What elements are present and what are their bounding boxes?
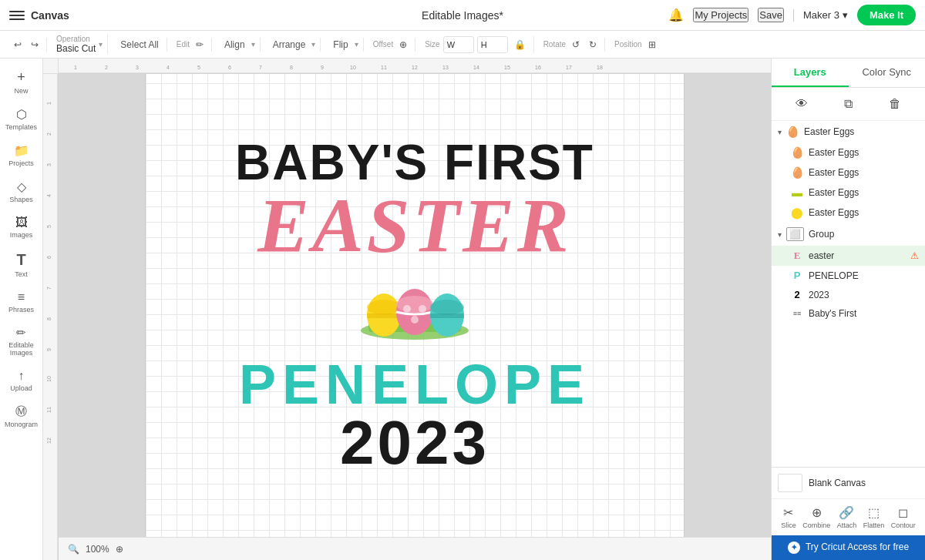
layer-item-easter-eggs-4[interactable]: ⬤ Easter Eggs: [772, 203, 925, 223]
select-all-button[interactable]: Select All: [117, 38, 161, 52]
egg-icon-yellow-green: ▬: [790, 186, 804, 199]
combine-tool[interactable]: ⊕ Combine: [802, 505, 830, 529]
canvas-eggs-image[interactable]: [345, 270, 484, 350]
sidebar-item-shapes[interactable]: ◇ Shapes: [2, 175, 41, 208]
svg-text:1: 1: [46, 102, 52, 105]
menu-icon[interactable]: [9, 8, 25, 23]
layer-group-easter-eggs-header[interactable]: ▾ 🥚 Easter Eggs: [772, 121, 925, 143]
save-button[interactable]: Save: [758, 8, 784, 22]
sidebar-item-images[interactable]: 🖼 Images: [2, 211, 41, 243]
sidebar-item-text[interactable]: T Text: [2, 246, 41, 283]
sidebar-item-projects[interactable]: 📁 Projects: [2, 139, 41, 172]
operation-group: Operation Basic Cut ▾: [52, 35, 108, 54]
sidebar-item-monogram[interactable]: Ⓜ Monogram: [2, 400, 41, 433]
canvas-workspace[interactable]: BABY'S FIRST EASTER: [59, 74, 771, 537]
group-icon: ⬜: [786, 227, 804, 241]
canvas-penelope-text[interactable]: PENELOPE: [239, 357, 590, 412]
canvas-grid: BABY'S FIRST EASTER: [145, 74, 684, 537]
size-group: Size 🔒: [420, 36, 533, 53]
chevron-down-icon: ▾: [355, 40, 358, 49]
svg-text:8: 8: [46, 317, 52, 320]
my-projects-button[interactable]: My Projects: [693, 8, 748, 22]
height-input[interactable]: [477, 36, 508, 53]
sidebar-item-templates[interactable]: ⬡ Templates: [2, 102, 41, 136]
maker-select[interactable]: Maker 3 ▾: [803, 9, 848, 21]
doc-title: Editable Images*: [422, 9, 503, 22]
sidebar-item-upload[interactable]: ↑ Upload: [2, 364, 41, 397]
layer-item-penelope[interactable]: P PENELOPE: [772, 266, 925, 285]
svg-rect-44: [430, 314, 464, 318]
edit-button[interactable]: ✏: [193, 38, 207, 52]
phrases-icon: ≡: [18, 290, 25, 304]
svg-text:5: 5: [46, 225, 52, 228]
rotate-right-button[interactable]: ↻: [586, 38, 600, 52]
layer-group-easter-eggs: ▾ 🥚 Easter Eggs 🥚 Easter Eggs 🥚 Easter E…: [772, 121, 925, 223]
zoom-bar: 🔍 100% ⊕: [59, 537, 771, 560]
svg-text:9: 9: [321, 65, 324, 70]
projects-icon: 📁: [14, 143, 29, 158]
svg-text:11: 11: [46, 407, 52, 413]
flatten-tool[interactable]: ⬚ Flatten: [863, 505, 885, 529]
svg-point-38: [396, 296, 433, 313]
svg-text:7: 7: [259, 65, 262, 70]
svg-text:2: 2: [105, 65, 108, 70]
arrange-button[interactable]: Arrange: [270, 38, 309, 52]
slice-tool[interactable]: ✂ Slice: [781, 505, 796, 529]
panel-duplicate-button[interactable]: ⧉: [841, 94, 856, 114]
svg-text:4: 4: [166, 65, 170, 70]
layer-item-easter-eggs-1[interactable]: 🥚 Easter Eggs: [772, 143, 925, 163]
top-bar: Canvas Editable Images* 🔔 My Projects Sa…: [0, 0, 925, 31]
layer-group-main-header[interactable]: ▾ ⬜ Group: [772, 223, 925, 246]
undo-button[interactable]: ↩: [11, 38, 25, 52]
slice-icon: ✂: [783, 505, 793, 520]
make-it-button[interactable]: Make It: [857, 5, 916, 25]
svg-text:2: 2: [46, 132, 52, 136]
position-button[interactable]: ⊞: [645, 38, 659, 52]
rotate-left-button[interactable]: ↺: [569, 38, 583, 52]
width-input[interactable]: [443, 36, 474, 53]
svg-text:17: 17: [566, 65, 572, 70]
sidebar-item-new[interactable]: + New: [2, 65, 41, 99]
layer-item-babys-first[interactable]: ≡≡ Baby's First: [772, 304, 925, 323]
canvas-2023-text[interactable]: 2023: [340, 412, 489, 474]
sidebar-item-phrases[interactable]: ≡ Phrases: [2, 286, 41, 318]
panel-eye-button[interactable]: 👁: [792, 94, 811, 114]
canvas-easter-text[interactable]: EASTER: [257, 187, 572, 264]
right-panel: Layers Color Sync 👁 ⧉ 🗑 ▾ 🥚 Easter Eggs …: [771, 59, 925, 560]
position-group: Position ⊞: [610, 38, 664, 52]
panel-delete-button[interactable]: 🗑: [886, 94, 904, 114]
layer-item-2023[interactable]: 2 2023: [772, 285, 925, 304]
bell-icon[interactable]: 🔔: [668, 8, 684, 22]
redo-button[interactable]: ↪: [28, 38, 42, 52]
svg-point-39: [403, 305, 411, 313]
flip-button[interactable]: Flip: [330, 38, 351, 52]
offset-button[interactable]: ⊕: [396, 38, 410, 52]
cricut-access-banner[interactable]: ✦ Try Cricut Access for free: [772, 535, 925, 560]
canvas-babys-first-text[interactable]: BABY'S FIRST: [235, 138, 594, 187]
zoom-plus-icon[interactable]: ⊕: [116, 544, 123, 555]
layer-item-easter-eggs-3[interactable]: ▬ Easter Eggs: [772, 183, 925, 203]
sidebar-item-editable-images[interactable]: ✏ Editable Images: [2, 321, 41, 361]
panel-tabs: Layers Color Sync: [772, 59, 925, 88]
lock-aspect-button[interactable]: 🔒: [511, 38, 529, 52]
tab-color-sync[interactable]: Color Sync: [849, 59, 926, 87]
svg-point-35: [367, 300, 401, 315]
align-button[interactable]: Align: [221, 38, 248, 52]
contour-tool[interactable]: ◻ Contour: [891, 505, 916, 529]
canvas-area[interactable]: 1 2 3 4 5 6 7 8 9 10 11 12 13 14 15 16 1…: [43, 59, 771, 560]
chevron-down-icon: ▾: [311, 40, 315, 49]
layer-item-easter-eggs-2[interactable]: 🥚 Easter Eggs: [772, 163, 925, 183]
tab-layers[interactable]: Layers: [772, 59, 849, 87]
svg-point-40: [419, 305, 426, 313]
top-right-actions: 🔔 My Projects Save Maker 3 ▾ Make It: [668, 5, 916, 25]
templates-icon: ⬡: [16, 107, 27, 122]
chevron-down-icon: ▾: [843, 9, 848, 21]
layer-name-babys-first: Baby's First: [809, 308, 919, 319]
rotate-group: Rotate ↺ ↻: [539, 38, 605, 52]
contour-icon: ◻: [898, 505, 908, 520]
maker-label: Maker 3: [803, 9, 839, 21]
svg-text:10: 10: [350, 65, 356, 70]
svg-text:7: 7: [46, 287, 52, 290]
attach-tool[interactable]: 🔗 Attach: [837, 505, 857, 529]
layer-item-easter[interactable]: E easter ⚠: [772, 246, 925, 266]
